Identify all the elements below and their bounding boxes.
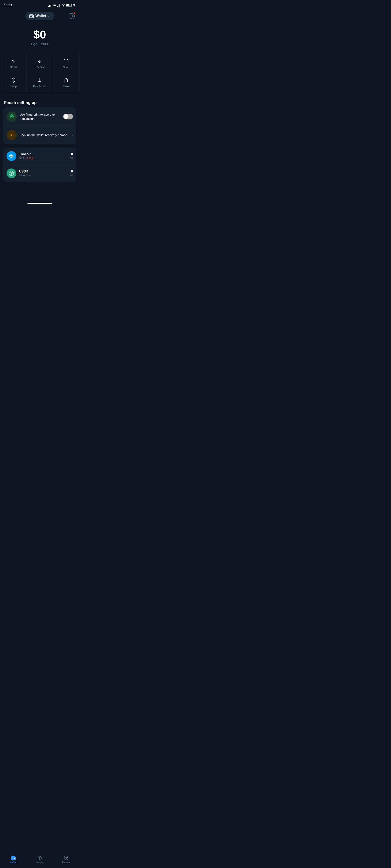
scan-button[interactable]: Scan (53, 54, 79, 73)
svg-rect-6 (59, 5, 59, 7)
backup-text: Back up the wallet recovery phrase (20, 133, 69, 137)
svg-rect-3 (51, 4, 51, 7)
key-icon (8, 132, 15, 138)
toncoin-value: $0 (70, 157, 73, 160)
svg-point-11 (71, 15, 73, 17)
stake-icon (63, 77, 69, 83)
toncoin-amount: 0 (70, 152, 73, 156)
receive-label: Receive (35, 65, 45, 69)
header: Wallet (0, 10, 79, 22)
backup-chevron-wrapper: › (72, 133, 73, 137)
fingerprint-label: Use fingerprint to approve transaction (20, 112, 60, 121)
svg-point-12 (11, 116, 12, 117)
send-button[interactable]: Send (0, 54, 27, 73)
svg-rect-9 (32, 16, 33, 17)
setup-card: Use fingerprint to approve transaction B… (3, 107, 76, 144)
swap-button[interactable]: Swap (0, 73, 27, 92)
swap-label: Swap (10, 85, 17, 88)
usdt-price-row: $1 0.00% (19, 174, 67, 177)
stake-button[interactable]: Stake (53, 73, 79, 92)
fingerprint-text: Use fingerprint to approve transaction (20, 112, 60, 121)
wallet-address: UQBi...TFZF (4, 42, 75, 46)
buysell-button[interactable]: Buy & Sell (27, 73, 53, 92)
usdt-value: $0 (70, 174, 73, 177)
battery-icon (66, 4, 72, 7)
scan-icon (63, 58, 69, 64)
receive-button[interactable]: Receive (27, 54, 53, 73)
balance-section: $0 UQBi...TFZF (0, 22, 79, 50)
settings-icon-wrapper (68, 13, 75, 19)
buysell-label: Buy & Sell (33, 85, 47, 88)
token-item-toncoin[interactable]: Toncoin $7.1 -3.75% 0 $0 (3, 148, 76, 165)
status-bar: 11:14 4G 62 (0, 0, 79, 10)
usdt-info: USD₮ $1 0.00% (19, 169, 67, 177)
stake-label: Stake (62, 85, 70, 88)
usdt-logo (6, 168, 16, 178)
signal-icon-2 (57, 4, 61, 7)
network-label: 4G (53, 4, 56, 6)
key-icon-wrapper (6, 130, 17, 140)
fingerprint-icon (8, 114, 15, 120)
svg-rect-7 (59, 4, 60, 7)
backup-label: Back up the wallet recovery phrase (20, 133, 69, 137)
status-icons: 4G 62 (48, 4, 75, 7)
fingerprint-toggle[interactable] (63, 114, 73, 119)
signal-icon (48, 4, 52, 7)
balance-amount: $0 (4, 28, 75, 41)
token-item-usdt[interactable]: USD₮ $1 0.00% 0 $0 (3, 165, 76, 182)
svg-rect-5 (58, 5, 58, 7)
usdt-name: USD₮ (19, 169, 67, 173)
chevron-down-icon (48, 15, 50, 17)
send-label: Send (10, 65, 17, 69)
usdt-balance: 0 $0 (70, 169, 73, 177)
status-time: 11:14 (4, 3, 12, 7)
svg-rect-4 (57, 6, 58, 7)
chevron-right-icon: › (72, 133, 73, 137)
svg-rect-1 (49, 5, 50, 7)
wallet-pill-icon (29, 14, 34, 18)
toggle-knob (63, 114, 68, 119)
wallet-selector[interactable]: Wallet (25, 12, 54, 20)
toncoin-balance: 0 $0 (70, 152, 73, 160)
send-icon (10, 59, 16, 64)
scan-label: Scan (63, 66, 69, 69)
toncoin-name: Toncoin (19, 152, 67, 156)
settings-button[interactable] (67, 11, 76, 21)
settings-notification-dot (74, 12, 75, 14)
svg-rect-2 (50, 5, 51, 7)
toncoin-price: $7.1 (19, 157, 24, 160)
receive-icon (37, 59, 43, 64)
swap-icon (10, 77, 16, 83)
toncoin-logo (6, 151, 16, 161)
svg-rect-0 (48, 6, 49, 7)
actions-grid: Send Receive Scan Swap Buy & Sell (0, 54, 79, 92)
wifi-icon (62, 4, 65, 7)
usdt-icon (8, 170, 14, 176)
usdt-change: 0.00% (23, 174, 31, 177)
token-list: Toncoin $7.1 -3.75% 0 $0 USD₮ $1 0.00% (3, 148, 76, 182)
usdt-price: $1 (19, 174, 22, 177)
toncoin-price-row: $7.1 -3.75% (19, 157, 67, 160)
setup-section-title: Finish setting up (0, 96, 79, 107)
fingerprint-setup-item: Use fingerprint to approve transaction (3, 107, 76, 126)
bottom-nav-wrapper: Wallet History Browser (0, 203, 79, 204)
fingerprint-icon-wrapper (6, 112, 17, 122)
buysell-icon (37, 77, 43, 83)
wallet-pill-label: Wallet (35, 14, 46, 18)
toncoin-info: Toncoin $7.1 -3.75% (19, 152, 67, 160)
usdt-amount: 0 (70, 169, 73, 173)
toncoin-change: -3.75% (25, 157, 34, 160)
svg-point-14 (10, 134, 11, 135)
fingerprint-toggle-wrapper[interactable] (63, 114, 73, 119)
backup-setup-item[interactable]: Back up the wallet recovery phrase › (3, 126, 76, 144)
toncoin-icon (8, 153, 14, 159)
battery-percent: 62 (73, 4, 75, 7)
